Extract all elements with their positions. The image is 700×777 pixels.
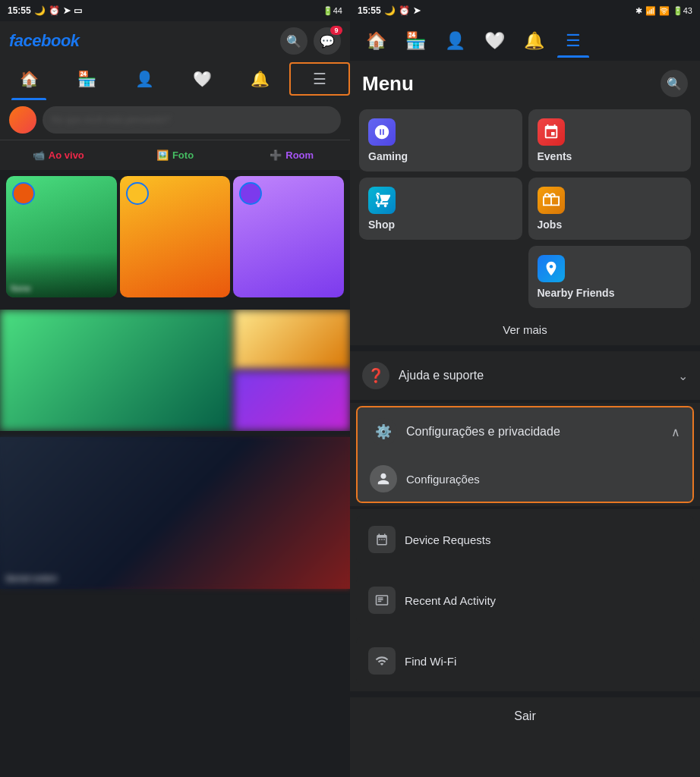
nav-menu[interactable]: ☰ <box>289 62 350 96</box>
configuracoes-label: Configurações e privacidade <box>406 425 560 439</box>
recent-ad-wrapper: Recent Ad Activity <box>350 570 700 631</box>
search-button[interactable]: 🔍 <box>280 27 307 55</box>
right-nav-heart[interactable]: 🤍 <box>475 24 514 58</box>
ajuda-section-left: ❓ Ajuda e suporte <box>362 362 484 389</box>
menu-item-nearby[interactable]: Nearby Friends <box>528 246 692 308</box>
menu-grid: Gaming Shop Events <box>350 103 700 314</box>
right-panel: 15:55 🌙 ⏰ ➤ ✱ 📶 🛜 🔋43 🏠 🏪 👤 🤍 🔔 ☰ <box>350 0 700 777</box>
recent-ad-item[interactable]: Recent Ad Activity <box>356 576 694 624</box>
room-icon: ➕ <box>270 149 282 161</box>
photo-label: Foto <box>172 149 194 161</box>
menu-active-indicator <box>557 55 589 58</box>
recent-ad-icon <box>368 587 396 614</box>
nearby-label: Nearby Friends <box>538 287 683 299</box>
wifi-icon: 🛜 <box>659 6 670 16</box>
bluetooth-icon: ✱ <box>635 6 642 16</box>
status-bar-right: 15:55 🌙 ⏰ ➤ ✱ 📶 🛜 🔋43 <box>350 0 700 21</box>
top-nav-left: facebook 🔍 💬 9 <box>0 21 350 61</box>
time-right: 15:55 🌙 ⏰ ➤ <box>358 5 421 16</box>
nav-store[interactable]: 🏪 <box>58 62 115 96</box>
battery-left: 🔋44 <box>323 6 342 16</box>
menu-search-button[interactable]: 🔍 <box>661 70 688 97</box>
menu-item-events[interactable]: Events <box>528 109 692 171</box>
recent-ad-label: Recent Ad Activity <box>405 594 496 607</box>
device-requests-label: Device Requests <box>405 533 490 546</box>
cast-icon: ▭ <box>74 5 82 16</box>
user-avatar <box>9 106 36 134</box>
alarm-icon-right: ⏰ <box>399 5 410 16</box>
menu-header: Menu 🔍 <box>350 61 700 103</box>
gaming-label: Gaming <box>368 150 513 162</box>
sair-button[interactable]: Sair <box>514 709 535 723</box>
time-text-right: 15:55 <box>358 5 381 16</box>
room-button[interactable]: ➕ Room <box>233 145 350 165</box>
device-requests-wrapper: Device Requests <box>350 509 700 570</box>
find-wifi-wrapper: Find Wi-Fi <box>350 631 700 691</box>
post-input[interactable]: No que você está pensando? <box>43 106 341 134</box>
time-text-left: 15:55 <box>8 5 31 16</box>
live-button[interactable]: 📹 Ao vivo <box>0 145 117 165</box>
left-panel: 15:55 🌙 ⏰ ➤ ▭ 🔋44 facebook 🔍 💬 9 🏠 🏪 👤 🤍… <box>0 0 350 777</box>
right-nav-profile[interactable]: 👤 <box>435 24 475 58</box>
nav-home[interactable]: 🏠 <box>0 62 58 96</box>
find-wifi-item[interactable]: Find Wi-Fi <box>356 637 694 685</box>
story-card-3[interactable] <box>233 176 344 297</box>
signal-icon: 📶 <box>645 6 656 16</box>
menu-item-jobs[interactable]: Jobs <box>528 178 692 240</box>
stories-row: Nome <box>0 170 350 304</box>
menu-item-gaming[interactable]: Gaming <box>359 109 522 171</box>
right-nav-store[interactable]: 🏪 <box>396 24 435 58</box>
status-icons-left: 🔋44 <box>323 6 342 16</box>
nav-heart[interactable]: 🤍 <box>174 62 232 96</box>
configuracoes-sub-icon <box>370 465 397 492</box>
events-icon <box>538 118 565 146</box>
menu-scroll[interactable]: Menu 🔍 Gaming Shop <box>350 61 700 777</box>
photo-button[interactable]: 🖼️ Foto <box>117 145 234 165</box>
battery-right: 🔋43 <box>673 6 692 16</box>
location-icon-right: ➤ <box>413 5 421 16</box>
ver-mais-button[interactable]: Ver mais <box>503 323 547 336</box>
configuracoes-header[interactable]: ⚙️ Configurações e privacidade ∧ <box>358 407 692 456</box>
facebook-logo: facebook <box>9 31 80 51</box>
right-nav-menu[interactable]: ☰ <box>553 24 593 58</box>
room-label: Room <box>285 149 314 161</box>
configuracoes-sub-item[interactable]: Configurações <box>358 456 692 502</box>
jobs-icon <box>538 187 565 214</box>
live-label: Ao vivo <box>49 149 84 161</box>
nav-bell[interactable]: 🔔 <box>232 62 289 96</box>
right-nav-bell[interactable]: 🔔 <box>514 24 553 58</box>
configuracoes-icon: ⚙️ <box>370 418 397 445</box>
ajuda-section[interactable]: ❓ Ajuda e suporte ⌄ <box>350 351 700 400</box>
post-placeholder: No que você está pensando? <box>52 115 170 125</box>
find-wifi-icon <box>368 647 396 675</box>
configuracoes-chevron: ∧ <box>671 425 680 439</box>
device-requests-icon <box>368 526 396 553</box>
sair-row: Sair <box>350 697 700 735</box>
messenger-badge: 9 <box>330 26 342 35</box>
shop-label: Shop <box>368 219 513 231</box>
feed-card-image-1 <box>0 310 350 431</box>
time-left: 15:55 🌙 ⏰ ➤ ▭ <box>8 5 82 16</box>
status-icons-right: ✱ 📶 🛜 🔋43 <box>635 6 692 16</box>
quick-actions: 📹 Ao vivo 🖼️ Foto ➕ Room <box>0 140 350 170</box>
status-bar-left: 15:55 🌙 ⏰ ➤ ▭ 🔋44 <box>0 0 350 21</box>
menu-col-left: Gaming Shop <box>359 109 522 308</box>
right-nav-home[interactable]: 🏠 <box>356 24 396 58</box>
configuracoes-header-left: ⚙️ Configurações e privacidade <box>370 418 560 445</box>
nav-profile[interactable]: 👤 <box>115 62 173 96</box>
find-wifi-label: Find Wi-Fi <box>405 655 456 668</box>
nearby-icon <box>538 255 565 282</box>
messenger-button[interactable]: 💬 9 <box>314 27 341 55</box>
story-card-1[interactable]: Nome <box>6 176 117 297</box>
jobs-label: Jobs <box>538 219 683 231</box>
feed-area: No que você está pensando? 📹 Ao vivo 🖼️ … <box>0 100 350 777</box>
configuracoes-sub-label: Configurações <box>406 473 480 486</box>
ajuda-icon: ❓ <box>362 362 389 389</box>
story-card-2[interactable] <box>120 176 231 297</box>
menu-item-shop[interactable]: Shop <box>359 178 522 240</box>
moon-icon: 🌙 <box>34 5 46 16</box>
configuracoes-section: ⚙️ Configurações e privacidade ∧ Configu… <box>356 406 694 503</box>
live-icon: 📹 <box>33 149 45 161</box>
device-requests-item[interactable]: Device Requests <box>356 515 694 564</box>
bottom-nav-left: 🏠 🏪 👤 🤍 🔔 ☰ <box>0 61 350 100</box>
